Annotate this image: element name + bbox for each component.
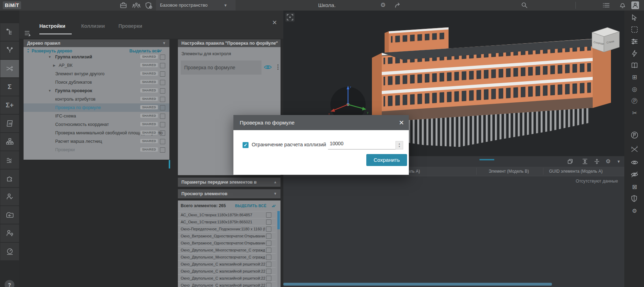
- tree-row-checkbox[interactable]: [160, 55, 165, 60]
- select-all-elements-link[interactable]: ВЫДЕЛИТЬ ВСЁ: [235, 204, 266, 208]
- parking-circle-icon[interactable]: Ⓟ: [630, 97, 639, 106]
- view-cube[interactable]: Спереди Слева: [592, 27, 619, 52]
- fullscreen-icon[interactable]: [285, 13, 295, 22]
- list-item-checkbox[interactable]: [266, 276, 271, 281]
- eye-icon[interactable]: [630, 159, 639, 167]
- gear-icon[interactable]: ⚙: [605, 158, 612, 165]
- list-item[interactable]: АС_Окно_1Створка:1180x1875h:865021: [178, 218, 276, 225]
- sum-icon[interactable]: Σ: [0, 78, 19, 96]
- plugins-puzzle-icon[interactable]: [0, 170, 19, 187]
- rule-settings-header[interactable]: Настройка правила "Проверка по формуле" …: [178, 39, 281, 47]
- collisions-shuffle-icon[interactable]: [0, 60, 19, 77]
- results-hscrollbar[interactable]: [283, 283, 552, 286]
- bolt-icon[interactable]: [630, 49, 639, 58]
- list-item-checkbox[interactable]: [266, 283, 271, 287]
- copy-icon[interactable]: [567, 158, 574, 165]
- search-icon[interactable]: [521, 2, 528, 9]
- list-item[interactable]: Окно_Двупольное_Многостворчатое_С огражд…: [178, 246, 276, 254]
- tree-row[interactable]: ▶ АР_ВК SHARED: [24, 61, 169, 70]
- 2d-view-icon[interactable]: 2D: [0, 115, 19, 132]
- tab-collisions[interactable]: Коллизии: [81, 23, 105, 32]
- grid-icon[interactable]: ⊞: [630, 73, 639, 82]
- limit-value-input[interactable]: 10000: [330, 141, 404, 146]
- list-item[interactable]: Окно-Передаточное_Подоконник:1180 x 1160…: [178, 225, 276, 232]
- tree-row[interactable]: ▼ Группа проверок SHARED: [24, 87, 169, 95]
- charts-icon[interactable]: [0, 151, 19, 169]
- rules-tree-header[interactable]: Дерево правил ▼: [24, 39, 169, 47]
- list-item-checkbox[interactable]: [266, 248, 271, 253]
- collapse-rows-icon[interactable]: [594, 158, 601, 165]
- tree-row[interactable]: IFC-схема SHARED: [24, 112, 169, 120]
- dashboard-gauge-icon[interactable]: [0, 243, 19, 260]
- structure-icon[interactable]: [0, 133, 19, 151]
- list-item-checkbox[interactable]: [266, 212, 271, 218]
- list-item[interactable]: Окно_Витражное_Одностворчатое:Открывание…: [178, 239, 276, 247]
- tree-row-checkbox[interactable]: [160, 122, 165, 127]
- folder-import-icon[interactable]: [0, 206, 19, 224]
- row-height-icon[interactable]: [582, 158, 589, 165]
- tree-row[interactable]: Проверки SHARED: [24, 146, 169, 154]
- tab-settings[interactable]: Настройки: [39, 23, 65, 32]
- pointer-icon[interactable]: [630, 13, 639, 22]
- list-item[interactable]: Окно_Двупольное_С жалюзийной решеткой:22…: [178, 281, 276, 287]
- list-item[interactable]: Окно_Двупольное_С жалюзийной решеткой:22…: [178, 267, 276, 275]
- tree-row[interactable]: контроль атрибутов SHARED: [24, 95, 169, 103]
- help-button[interactable]: ?: [5, 280, 14, 287]
- tree-row-checkbox[interactable]: [160, 80, 165, 85]
- tree-row[interactable]: ▼ Группа коллизий SHARED: [24, 53, 169, 61]
- book-icon[interactable]: [630, 61, 639, 70]
- column-guid-a[interactable]: GUID элемента (Модель A): [549, 167, 603, 176]
- column-element-b[interactable]: Элемент (Модель B): [489, 167, 529, 176]
- tree-row-checkbox[interactable]: [160, 71, 165, 77]
- tree-row[interactable]: Проверка минимальной свободной площади с…: [24, 129, 169, 137]
- target-icon[interactable]: ◎: [630, 85, 639, 94]
- tree-row-checkbox[interactable]: [160, 147, 165, 153]
- results-tab-indicator[interactable]: [479, 159, 494, 160]
- caret-down-icon[interactable]: ▼: [48, 87, 51, 95]
- list-item[interactable]: АС_Окно_1Створка:1180x1875h:864857: [178, 211, 276, 218]
- dependencies-icon[interactable]: [0, 42, 19, 59]
- list-item-checkbox[interactable]: [266, 227, 271, 232]
- tree-row-checkbox[interactable]: [160, 97, 165, 102]
- briefcase-icon[interactable]: [120, 2, 127, 9]
- share-icon[interactable]: [394, 2, 402, 9]
- list-item-checkbox[interactable]: [266, 234, 271, 239]
- tree-scroll-indicator[interactable]: [169, 160, 170, 168]
- list-item[interactable]: Окно_Двупольное_С жалюзийной решеткой:22…: [178, 260, 276, 268]
- model-tree-icon[interactable]: [0, 23, 19, 41]
- tree-row-checkbox[interactable]: [160, 114, 165, 119]
- limit-checkbox[interactable]: ✓: [243, 142, 249, 148]
- settings-gear-icon[interactable]: ⚙: [630, 207, 639, 215]
- chevron-down-icon[interactable]: ▼: [615, 158, 622, 165]
- section-cut-icon[interactable]: ✂: [630, 109, 639, 117]
- number-spinner[interactable]: ▲▼: [395, 141, 403, 149]
- tree-row-checkbox[interactable]: [160, 130, 165, 136]
- rule-name-input[interactable]: Проверка по формуле: [181, 60, 262, 75]
- modal-close-icon[interactable]: ✕: [397, 118, 406, 127]
- list-item-checkbox[interactable]: [266, 262, 271, 267]
- tree-row[interactable]: Поиск дубликатов SHARED: [24, 78, 169, 87]
- elements-preview-bar[interactable]: Просмотр элементов ▼: [178, 189, 281, 198]
- tree-row-selected[interactable]: Проверка по формуле SHARED: [24, 103, 169, 112]
- collapse-panel-icon[interactable]: [24, 30, 32, 37]
- list-item-checkbox[interactable]: [266, 255, 271, 260]
- tree-row[interactable]: Соотносимость координат SHARED: [24, 120, 169, 129]
- shield-icon[interactable]: [630, 195, 639, 203]
- caret-up-icon[interactable]: ▲: [273, 178, 277, 187]
- tree-row-checkbox[interactable]: [160, 63, 165, 68]
- user-location-icon[interactable]: [0, 224, 19, 242]
- eye-off-icon[interactable]: [630, 171, 639, 179]
- caret-down-icon[interactable]: ▼: [48, 53, 51, 61]
- filters-sliders-icon[interactable]: [630, 37, 639, 46]
- flag-circle-icon[interactable]: [630, 131, 639, 139]
- caret-right-icon[interactable]: ▶: [53, 61, 56, 70]
- shield-account-icon[interactable]: [145, 2, 153, 9]
- notifications-icon[interactable]: [619, 2, 626, 9]
- compare-models-icon[interactable]: 12: [630, 145, 639, 153]
- list-icon[interactable]: [602, 2, 610, 9]
- tab-checks[interactable]: Проверки: [118, 23, 142, 32]
- gear-icon[interactable]: ⚙: [265, 39, 269, 47]
- list-item-checkbox[interactable]: [266, 269, 271, 274]
- team-icon[interactable]: [132, 2, 140, 9]
- select-area-icon[interactable]: [630, 25, 639, 34]
